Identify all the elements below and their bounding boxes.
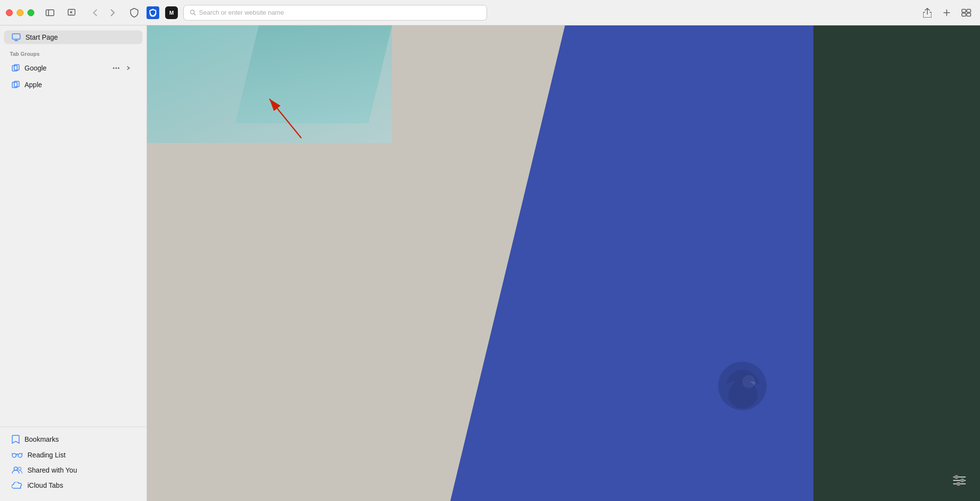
start-page-label: Start Page: [25, 33, 58, 41]
bitwarden-icon: [147, 6, 159, 19]
svg-point-19: [113, 68, 115, 69]
svg-point-20: [116, 68, 117, 69]
back-button[interactable]: [87, 5, 103, 21]
svg-rect-14: [12, 34, 20, 39]
titlebar: M Search or enter website name: [0, 0, 980, 25]
mercury-button[interactable]: M: [164, 5, 179, 21]
sidebar-item-start-page[interactable]: Start Page: [4, 30, 143, 44]
google-group-label: Google: [24, 64, 105, 72]
google-expand-button[interactable]: [123, 62, 135, 74]
page-settings-button[interactable]: [951, 472, 968, 489]
sidebar-item-apple[interactable]: Apple: [4, 78, 143, 92]
tab-add-button[interactable]: [64, 5, 79, 21]
svg-line-27: [22, 453, 23, 454]
bg-teal-accent: [235, 25, 392, 123]
sidebar-item-google[interactable]: Google: [4, 59, 143, 77]
content-area: [147, 25, 980, 501]
new-tab-button[interactable]: [939, 5, 955, 21]
maximize-button[interactable]: [27, 9, 34, 16]
search-bar[interactable]: Search or enter website name: [183, 5, 487, 21]
minimize-button[interactable]: [17, 9, 24, 16]
svg-point-29: [18, 467, 21, 470]
sidebar-item-reading-list[interactable]: Reading List: [4, 448, 143, 462]
bookmarks-label: Bookmarks: [24, 435, 59, 443]
privacy-report-button[interactable]: [126, 5, 142, 21]
traffic-lights: [6, 9, 34, 16]
svg-point-24: [12, 453, 16, 457]
search-icon: [190, 9, 196, 16]
navigation-buttons: [87, 5, 121, 21]
tab-group-icon-apple: [12, 81, 20, 89]
tab-groups-heading: Tab Groups: [0, 45, 147, 59]
google-group-actions: [110, 62, 135, 74]
google-more-button[interactable]: [110, 62, 122, 74]
share-button[interactable]: [919, 5, 935, 21]
bitwarden-button[interactable]: [145, 5, 161, 21]
sidebar: Start Page Tab Groups Google: [0, 25, 147, 501]
toolbar-icons: M: [126, 5, 179, 21]
svg-point-36: [961, 479, 964, 482]
close-button[interactable]: [6, 9, 13, 16]
glasses-icon: [12, 452, 23, 458]
forward-button[interactable]: [105, 5, 121, 21]
sidebar-spacer: [0, 92, 147, 427]
bookmark-icon: [12, 435, 20, 444]
svg-point-6: [191, 10, 195, 14]
monitor-icon: [12, 33, 21, 41]
search-placeholder: Search or enter website name: [199, 9, 284, 16]
svg-point-25: [18, 453, 22, 457]
sidebar-bottom: Bookmarks Reading List: [0, 427, 147, 497]
sidebar-item-bookmarks[interactable]: Bookmarks: [4, 431, 143, 447]
svg-rect-11: [967, 9, 971, 12]
svg-point-21: [118, 68, 120, 69]
svg-line-26: [12, 453, 13, 454]
tab-group-icon: [12, 64, 20, 72]
reading-list-label: Reading List: [27, 451, 66, 459]
svg-line-7: [194, 14, 196, 16]
cloud-icon: [12, 482, 23, 489]
mercury-icon: M: [165, 6, 178, 19]
svg-rect-0: [46, 10, 54, 16]
people-icon: [12, 466, 23, 474]
sidebar-item-shared-with-you[interactable]: Shared with You: [4, 463, 143, 477]
bg-dark-panel: [813, 25, 980, 501]
sidebar-item-icloud-tabs[interactable]: iCloud Tabs: [4, 478, 143, 493]
shared-with-you-label: Shared with You: [27, 466, 77, 474]
apple-group-label: Apple: [24, 81, 135, 89]
svg-point-35: [955, 476, 958, 478]
icloud-tabs-label: iCloud Tabs: [27, 481, 63, 489]
watermark-logo: [715, 359, 769, 413]
svg-rect-10: [962, 9, 966, 12]
sidebar-toggle-button[interactable]: [42, 5, 58, 21]
background-canvas: [147, 25, 980, 501]
svg-point-37: [957, 482, 960, 485]
main-layout: Start Page Tab Groups Google: [0, 25, 980, 501]
svg-rect-13: [967, 13, 971, 16]
titlebar-right-buttons: [919, 5, 974, 21]
svg-rect-12: [962, 13, 966, 16]
tab-overview-button[interactable]: [958, 5, 974, 21]
